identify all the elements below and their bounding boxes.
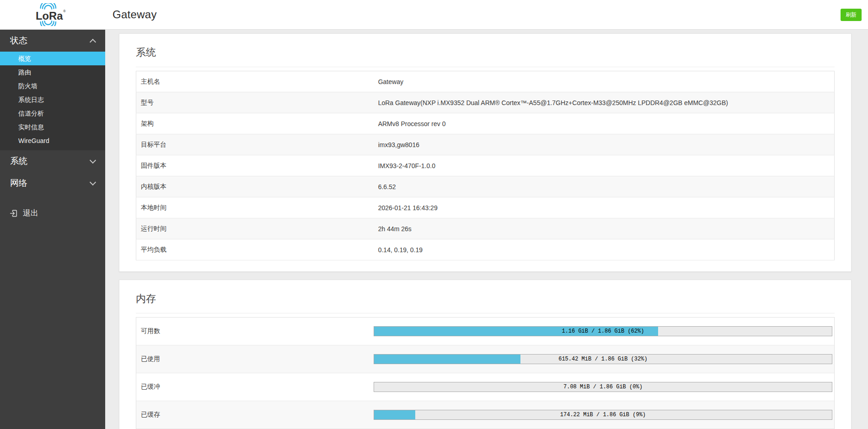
nav-section-status[interactable]: 状态: [0, 30, 105, 52]
row-value: IMX93-2-470F-1.0.0: [374, 155, 835, 176]
memory-row-cached: 已缓存 174.22 MiB / 1.86 GiB (9%): [136, 401, 834, 429]
nav-section-label: 状态: [10, 35, 27, 47]
nav-section-label: 系统: [10, 155, 27, 167]
row-label: 主机名: [136, 71, 374, 92]
sidebar-item-routes[interactable]: 路由: [0, 65, 105, 79]
logout-button[interactable]: 退出: [0, 208, 105, 218]
system-card: 系统 主机名 Gateway 型号 LoRa Gateway(NXP i.MX9…: [119, 33, 852, 272]
nav-section-system[interactable]: 系统: [0, 150, 105, 172]
table-row: 本地时间 2026-01-21 16:43:29: [136, 197, 835, 218]
sidebar-item-channel-analysis[interactable]: 信道分析: [0, 106, 105, 120]
sidebar-item-realtime[interactable]: 实时信息: [0, 120, 105, 134]
row-label: 已缓存: [136, 411, 374, 419]
row-label: 目标平台: [136, 134, 374, 155]
sidebar-item-wireguard[interactable]: WireGuard: [0, 134, 105, 148]
svg-text:®: ®: [63, 9, 66, 13]
progressbar-text: 615.42 MiB / 1.86 GiB (32%): [374, 355, 832, 364]
table-row: 型号 LoRa Gateway(NXP i.MX9352 Dual ARM® C…: [136, 92, 835, 113]
app-header: LoRa ® Gateway 刷新: [0, 0, 868, 30]
sidebar-item-syslog[interactable]: 系统日志: [0, 93, 105, 106]
memory-progressbar: 1.16 GiB / 1.86 GiB (62%): [374, 326, 832, 336]
memory-card-title: 内存: [136, 292, 835, 306]
row-value: Gateway: [374, 71, 835, 92]
progressbar-text: 1.16 GiB / 1.86 GiB (62%): [374, 327, 832, 336]
row-label: 已使用: [136, 355, 374, 363]
row-label: 内核版本: [136, 176, 374, 197]
system-info-table: 主机名 Gateway 型号 LoRa Gateway(NXP i.MX9352…: [136, 71, 835, 260]
sidebar-item-firewall[interactable]: 防火墙: [0, 79, 105, 93]
row-label: 已缓冲: [136, 383, 374, 391]
page-title: Gateway: [113, 8, 157, 21]
row-value: LoRa Gateway(NXP i.MX9352 Dual ARM® Cort…: [374, 92, 835, 113]
sidebar: 状态 概览 路由 防火墙 系统日志 信道分析 实时信息 WireGuard 系统…: [0, 30, 105, 429]
row-value: 2h 44m 26s: [374, 218, 835, 239]
memory-progressbar: 174.22 MiB / 1.86 GiB (9%): [374, 410, 832, 420]
logout-label: 退出: [23, 208, 38, 218]
status-submenu: 概览 路由 防火墙 系统日志 信道分析 实时信息 WireGuard: [0, 52, 105, 150]
row-label: 本地时间: [136, 197, 374, 218]
logout-icon: [9, 209, 18, 218]
nav-section-network[interactable]: 网络: [0, 172, 105, 194]
progressbar-text: 7.08 MiB / 1.86 GiB (0%): [374, 382, 832, 392]
main-content: 系统 主机名 Gateway 型号 LoRa Gateway(NXP i.MX9…: [105, 30, 868, 429]
chevron-up-icon: [90, 39, 96, 45]
nav-section-label: 网络: [10, 177, 27, 189]
svg-text:LoRa: LoRa: [36, 10, 63, 22]
table-row: 平均负载 0.14, 0.19, 0.19: [136, 239, 835, 260]
divider: [136, 313, 835, 313]
memory-table: 可用数 1.16 GiB / 1.86 GiB (62%) 已使用 615.42…: [136, 317, 835, 429]
refresh-button[interactable]: 刷新: [841, 9, 862, 21]
row-label: 架构: [136, 113, 374, 134]
table-row: 内核版本 6.6.52: [136, 176, 835, 197]
row-value: 6.6.52: [374, 176, 835, 197]
table-row: 运行时间 2h 44m 26s: [136, 218, 835, 239]
chevron-down-icon: [90, 179, 96, 185]
row-value: ARMv8 Processor rev 0: [374, 113, 835, 134]
chevron-down-icon: [90, 157, 96, 164]
progressbar-text: 174.22 MiB / 1.86 GiB (9%): [374, 410, 832, 419]
row-label: 固件版本: [136, 155, 374, 176]
lora-logo-icon: LoRa ®: [32, 3, 73, 26]
memory-progressbar: 615.42 MiB / 1.86 GiB (32%): [374, 354, 832, 364]
row-label: 平均负载: [136, 239, 374, 260]
row-label: 型号: [136, 92, 374, 113]
memory-row-buffered: 已缓冲 7.08 MiB / 1.86 GiB (0%): [136, 373, 834, 401]
table-row: 固件版本 IMX93-2-470F-1.0.0: [136, 155, 835, 176]
row-value: 0.14, 0.19, 0.19: [374, 239, 835, 260]
table-row: 架构 ARMv8 Processor rev 0: [136, 113, 835, 134]
row-value: 2026-01-21 16:43:29: [374, 197, 835, 218]
memory-card: 内存 可用数 1.16 GiB / 1.86 GiB (62%) 已使用 615…: [119, 280, 852, 429]
table-row: 目标平台 imx93,gw8016: [136, 134, 835, 155]
memory-progressbar: 7.08 MiB / 1.86 GiB (0%): [374, 382, 832, 392]
memory-row-free: 可用数 1.16 GiB / 1.86 GiB (62%): [136, 318, 834, 345]
row-label: 运行时间: [136, 218, 374, 239]
lora-logo: LoRa ®: [0, 3, 105, 26]
divider: [136, 67, 835, 67]
system-card-title: 系统: [136, 46, 835, 59]
sidebar-item-overview[interactable]: 概览: [0, 52, 105, 65]
row-value: imx93,gw8016: [374, 134, 835, 155]
memory-row-used: 已使用 615.42 MiB / 1.86 GiB (32%): [136, 345, 834, 373]
table-row: 主机名 Gateway: [136, 71, 835, 92]
row-label: 可用数: [136, 327, 374, 335]
